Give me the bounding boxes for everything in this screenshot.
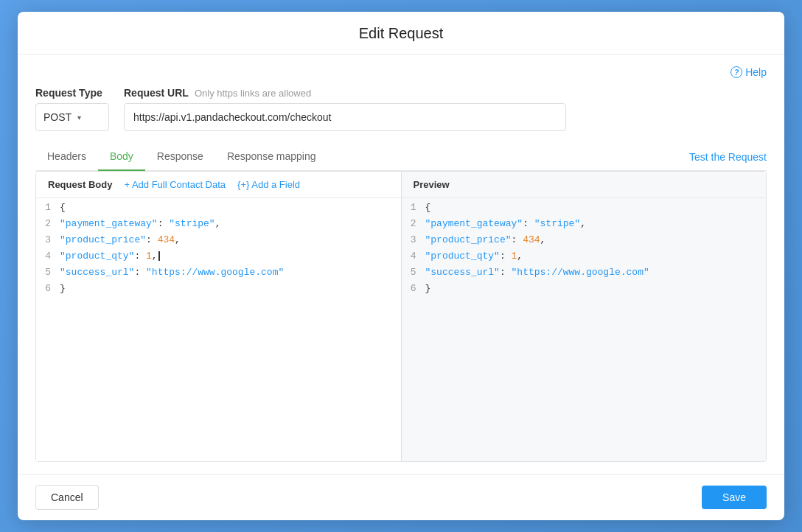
request-type-group: Request Type POST ▾ [35,87,109,131]
preview-pane: Preview 1 { 2 "payment_gateway": "stripe… [402,172,767,461]
url-label-group: Request URL Only https links are allowed [124,87,767,99]
modal-overlay: Edit Request ? Help Request Type POST ▾ [0,0,802,532]
preview-line-3: 3 "product_price": 434, [402,234,767,250]
tabs-left: Headers Body Response Response mapping [35,143,328,170]
modal-title: Edit Request [359,25,444,41]
preview-line-4: 4 "product_qty": 1, [402,250,767,266]
modal-header: Edit Request [18,12,784,55]
tab-headers[interactable]: Headers [35,143,98,171]
code-line-4: 4 "product_qty": 1, [36,250,401,266]
preview-line-2: 2 "payment_gateway": "stripe", [402,217,767,234]
request-type-label: Request Type [35,87,109,99]
request-body-editor[interactable]: 1 { 2 "payment_gateway": "stripe", 3 "pr… [36,198,401,461]
preview-line-5: 5 "success_url": "https://www.google.com… [402,266,767,282]
preview-line-6: 6 } [402,282,767,298]
test-request-button[interactable]: Test the Request [689,145,767,169]
code-line-5: 5 "success_url": "https://www.google.com… [36,266,401,282]
request-body-title: Request Body [48,179,112,190]
help-icon: ? [730,66,742,78]
preview-pane-header: Preview [402,172,767,198]
cancel-button[interactable]: Cancel [35,485,99,510]
add-field-button[interactable]: {+} Add a Field [237,179,300,190]
request-url-input[interactable] [124,103,566,131]
help-link[interactable]: ? Help [730,66,767,78]
add-full-contact-data-button[interactable]: + Add Full Contact Data [124,179,226,190]
modal-body: ? Help Request Type POST ▾ Request URL O… [18,55,784,474]
tab-body[interactable]: Body [98,143,145,171]
code-line-2: 2 "payment_gateway": "stripe", [36,217,401,234]
help-row: ? Help [35,66,767,78]
code-line-3: 3 "product_price": 434, [36,234,401,250]
help-label: Help [745,66,767,78]
request-type-select[interactable]: POST ▾ [35,103,109,131]
form-row: Request Type POST ▾ Request URL Only htt… [35,87,767,131]
modal-footer: Cancel Save [18,474,784,520]
tab-response[interactable]: Response [145,143,215,171]
chevron-down-icon: ▾ [77,113,81,122]
url-hint: Only https links are allowed [195,88,311,99]
code-line-6: 6 } [36,282,401,298]
tabs-row: Headers Body Response Response mapping T… [35,143,767,171]
preview-title: Preview [414,179,450,190]
save-button[interactable]: Save [702,486,767,509]
tab-response-mapping[interactable]: Response mapping [215,143,328,171]
editor-container: Request Body + Add Full Contact Data {+}… [35,171,767,462]
preview-code-area: 1 { 2 "payment_gateway": "stripe", 3 "pr… [402,198,767,461]
request-body-pane: Request Body + Add Full Contact Data {+}… [36,172,401,461]
request-body-header: Request Body + Add Full Contact Data {+}… [36,172,401,198]
request-url-label: Request URL [124,87,189,99]
request-type-value: POST [43,111,72,123]
code-line-1: 1 { [36,201,401,217]
modal-container: Edit Request ? Help Request Type POST ▾ [18,12,784,520]
request-url-group: Request URL Only https links are allowed [124,87,767,131]
preview-line-1: 1 { [402,201,767,217]
